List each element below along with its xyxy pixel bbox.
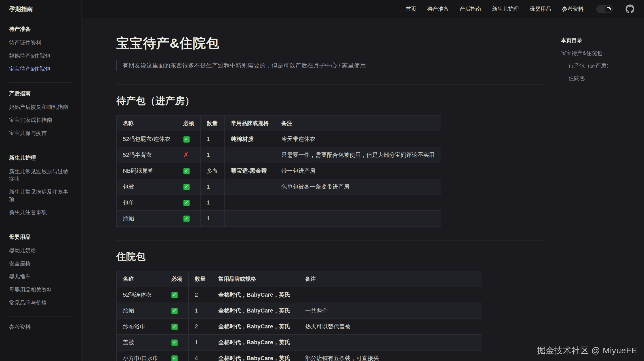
table-row: 小方巾/口水巾✓4全棉时代，BabyCare，英氏部分店铺有五条装，可直接买 bbox=[117, 351, 482, 361]
nav-link-4[interactable]: 新生儿护理 bbox=[492, 5, 519, 13]
sidebar-nav: 待产准备待产证件资料妈妈待产&住院包宝宝待产&住院包产后指南妈妈产后恢复和哺乳指… bbox=[9, 18, 72, 340]
cell-note bbox=[299, 335, 482, 351]
cell-required: ✓ bbox=[177, 163, 200, 179]
sidebar-item[interactable]: 新生儿注意事项 bbox=[9, 206, 72, 219]
cell-note: 只需要一件，需要配合包被使用，但是大部分宝妈评论不实用 bbox=[275, 147, 441, 163]
doc-section-2: 住院包名称必须数量常用品牌或规格备注52码连体衣✓2全棉时代，BabyCare，… bbox=[116, 240, 542, 361]
sidebar-group-title: 产后指南 bbox=[9, 86, 72, 101]
cross-icon: ✗ bbox=[183, 151, 189, 159]
sidebar-item[interactable]: 安全座椅 bbox=[9, 257, 72, 270]
nav-link-2[interactable]: 待产准备 bbox=[427, 5, 449, 13]
sidebar-group-2: 产后指南妈妈产后恢复和哺乳指南宝宝居家成长指南宝宝儿保与疫苗 bbox=[9, 82, 72, 147]
nav-link-3[interactable]: 产后指南 bbox=[460, 5, 481, 13]
cell-brand bbox=[224, 211, 275, 227]
sidebar-item[interactable]: 妈妈产后恢复和哺乳指南 bbox=[9, 101, 72, 114]
check-icon: ✓ bbox=[171, 308, 178, 314]
sidebar-item[interactable]: 母婴用品相关资料 bbox=[9, 283, 72, 296]
doc-sections: 待产包（进产房）名称必须数量常用品牌或规格备注52码包屁衣/连体衣✓1纯棉材质冷… bbox=[116, 85, 542, 361]
column-header: 常用品牌或规格 bbox=[224, 116, 275, 131]
table-row: 胎帽✓1全棉时代，BabyCare，英氏一共两个 bbox=[117, 303, 482, 319]
sidebar-group-title: 母婴用品 bbox=[9, 230, 72, 244]
cell-name: 包单 bbox=[117, 195, 177, 211]
column-header: 必须 bbox=[165, 271, 188, 287]
nav-link-1[interactable]: 首页 bbox=[406, 5, 416, 13]
cell-qty: 1 bbox=[200, 131, 224, 147]
watermark: 掘金技术社区 @ MiyueFE bbox=[537, 345, 637, 356]
check-icon: ✓ bbox=[183, 200, 190, 206]
nav-link-6[interactable]: 参考资料 bbox=[562, 5, 584, 13]
cell-name: 52码包屁衣/连体衣 bbox=[117, 131, 177, 147]
table-row: 52码半背衣✗1只需要一件，需要配合包被使用，但是大部分宝妈评论不实用 bbox=[117, 147, 441, 163]
check-icon: ✓ bbox=[171, 355, 178, 361]
table-row: 胎帽✓1 bbox=[117, 211, 441, 227]
nav-divider bbox=[590, 5, 590, 13]
cell-note bbox=[275, 211, 441, 227]
column-header: 必须 bbox=[177, 116, 200, 131]
sidebar-item[interactable]: 宝宝儿保与疫苗 bbox=[9, 127, 72, 140]
column-header: 常用品牌或规格 bbox=[212, 271, 299, 287]
sidebar-item[interactable]: 待产证件资料 bbox=[9, 36, 72, 49]
sidebar-item[interactable]: 宝宝待产&住院包 bbox=[9, 62, 72, 75]
nav-link-5[interactable]: 母婴用品 bbox=[530, 5, 551, 13]
cell-name: 小方巾/口水巾 bbox=[117, 351, 165, 361]
sidebar-item[interactable]: 宝宝居家成长指南 bbox=[9, 114, 72, 127]
cell-name: 胎帽 bbox=[117, 211, 177, 227]
top-navbar: 首页待产准备产后指南新生儿护理母婴用品参考资料 bbox=[82, 0, 644, 18]
data-table: 名称必须数量常用品牌或规格备注52码包屁衣/连体衣✓1纯棉材质冷天带连体衣52码… bbox=[116, 115, 441, 227]
table-row: NB码纸尿裤✓多备帮宝适-黑金帮带一包进产房 bbox=[117, 163, 441, 179]
outline-item[interactable]: 宝宝待产&住院包 bbox=[561, 47, 639, 60]
cell-brand: 全棉时代，BabyCare，英氏 bbox=[212, 319, 299, 335]
outline-items: 宝宝待产&住院包待产包（进产房）住院包 bbox=[561, 47, 639, 85]
sidebar-group-1: 待产准备待产证件资料妈妈待产&住院包宝宝待产&住院包 bbox=[9, 18, 72, 82]
cell-required: ✓ bbox=[165, 303, 188, 319]
moon-icon bbox=[606, 7, 611, 12]
sidebar-item[interactable]: 婴儿推车 bbox=[9, 270, 72, 283]
sidebar-item[interactable]: 参考资料 bbox=[9, 320, 72, 333]
sidebar-item[interactable]: 新生儿常见病症及注意事项 bbox=[9, 185, 72, 206]
cell-required: ✓ bbox=[165, 351, 188, 361]
sidebar-group-5: 参考资料 bbox=[9, 316, 72, 340]
outline-item[interactable]: 待产包（进产房） bbox=[561, 60, 639, 72]
cell-qty: 1 bbox=[188, 335, 212, 351]
column-header: 备注 bbox=[299, 271, 482, 287]
github-link[interactable] bbox=[626, 5, 634, 13]
cell-note: 部分店铺有五条装，可直接买 bbox=[299, 351, 482, 361]
table-header-row: 名称必须数量常用品牌或规格备注 bbox=[117, 116, 441, 131]
cell-qty: 1 bbox=[200, 147, 224, 163]
cell-note bbox=[299, 287, 482, 303]
cell-required: ✗ bbox=[177, 147, 200, 163]
check-icon: ✓ bbox=[183, 184, 190, 190]
cell-brand: 全棉时代，BabyCare，英氏 bbox=[212, 303, 299, 319]
outline-title: 本页目录 bbox=[561, 36, 639, 47]
cell-name: 52码半背衣 bbox=[117, 147, 177, 163]
sidebar-item[interactable]: 常见品牌与价格 bbox=[9, 296, 72, 309]
cell-note: 冷天带连体衣 bbox=[275, 131, 441, 147]
theme-toggle[interactable] bbox=[596, 5, 613, 13]
doc-section-1: 待产包（进产房）名称必须数量常用品牌或规格备注52码包屁衣/连体衣✓1纯棉材质冷… bbox=[116, 85, 542, 227]
site-title[interactable]: 孕期指南 bbox=[9, 0, 72, 18]
theme-toggle-knob bbox=[605, 6, 612, 12]
column-header: 名称 bbox=[117, 116, 177, 131]
section-heading: 住院包 bbox=[116, 240, 542, 263]
check-icon: ✓ bbox=[171, 324, 178, 330]
cell-brand bbox=[224, 179, 275, 195]
cell-note bbox=[275, 195, 441, 211]
check-icon: ✓ bbox=[183, 136, 190, 143]
outline-item[interactable]: 住院包 bbox=[561, 72, 639, 85]
sidebar-item[interactable]: 妈妈待产&住院包 bbox=[9, 49, 72, 62]
cell-brand: 全棉时代，BabyCare，英氏 bbox=[212, 287, 299, 303]
cell-brand bbox=[224, 195, 275, 211]
cell-qty: 2 bbox=[188, 287, 212, 303]
cell-qty: 1 bbox=[200, 179, 224, 195]
column-header: 名称 bbox=[117, 271, 165, 287]
nav-divider bbox=[619, 5, 619, 13]
cell-qty: 2 bbox=[188, 319, 212, 335]
sidebar-item[interactable]: 新生儿常见过敏原与过敏症状 bbox=[9, 165, 72, 185]
table-header-row: 名称必须数量常用品牌或规格备注 bbox=[117, 271, 482, 287]
github-icon bbox=[626, 5, 634, 13]
cell-name: 盖被 bbox=[117, 335, 165, 351]
cell-note: 包单包被各一条要带进产房 bbox=[275, 179, 441, 195]
sidebar-item[interactable]: 婴幼儿奶粉 bbox=[9, 244, 72, 257]
cell-required: ✓ bbox=[177, 211, 200, 227]
cell-qty: 多备 bbox=[200, 163, 224, 179]
